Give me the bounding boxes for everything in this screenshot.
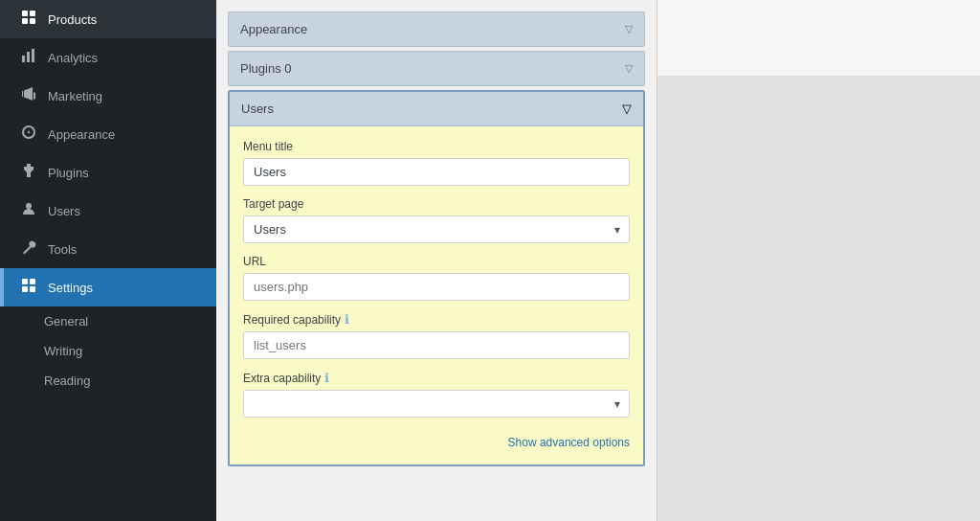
sidebar-item-analytics[interactable]: Analytics: [0, 38, 216, 77]
users-chevron-icon: ▽: [622, 102, 632, 116]
sidebar-label-tools: Tools: [48, 242, 77, 257]
plugins-row-title: Plugins 0: [240, 61, 291, 76]
users-panel-header[interactable]: Users ▽: [230, 92, 643, 125]
sidebar-item-marketing[interactable]: Marketing: [0, 77, 216, 115]
sidebar-item-appearance[interactable]: Appearance: [0, 115, 216, 153]
extra-capability-label: Extra capability ℹ: [243, 371, 630, 385]
svg-rect-3: [30, 18, 35, 24]
menu-title-label: Menu title: [243, 140, 630, 153]
users-panel-body: Menu title Target page Users Add New You…: [230, 125, 643, 464]
users-panel-title: Users: [241, 102, 274, 116]
required-capability-label: Required capability ℹ: [243, 312, 630, 327]
products-icon: [19, 10, 38, 29]
sidebar: Products Analytics Marketing Appearance …: [0, 0, 216, 521]
svg-point-7: [26, 203, 32, 209]
svg-rect-2: [22, 18, 28, 24]
plugins-menu-row[interactable]: Plugins 0 ▽: [228, 51, 645, 86]
settings-submenu: General Writing Reading: [0, 306, 216, 396]
svg-rect-10: [22, 286, 28, 292]
svg-rect-4: [22, 56, 25, 62]
plugins-icon: [19, 163, 38, 182]
appearance-menu-row[interactable]: Appearance ▽: [228, 11, 645, 47]
submenu-item-reading[interactable]: Reading: [0, 366, 216, 396]
url-input[interactable]: [243, 273, 630, 301]
users-icon: [19, 201, 38, 220]
extra-capability-select[interactable]: [243, 390, 630, 418]
required-capability-input[interactable]: [243, 331, 630, 359]
center-panel: Appearance ▽ Plugins 0 ▽ Users ▽ Menu ti…: [216, 0, 657, 521]
show-advanced-link[interactable]: Show advanced options: [508, 436, 630, 449]
target-page-select[interactable]: Users Add New Your Profile: [243, 215, 630, 243]
extra-capability-group: Extra capability ℹ ▾: [243, 371, 630, 418]
appearance-row-title: Appearance: [240, 22, 307, 36]
svg-rect-0: [22, 11, 28, 16]
svg-rect-6: [32, 49, 34, 62]
right-panel-inner: [657, 0, 980, 77]
sidebar-item-tools[interactable]: Tools: [0, 230, 216, 268]
sidebar-label-products: Products: [48, 12, 97, 27]
url-group: URL: [243, 255, 630, 301]
sidebar-label-appearance: Appearance: [48, 127, 115, 142]
url-label: URL: [243, 255, 630, 268]
svg-rect-8: [22, 279, 28, 284]
sidebar-label-marketing: Marketing: [48, 89, 102, 103]
extra-capability-info-icon[interactable]: ℹ: [324, 371, 329, 385]
right-panel: [657, 0, 980, 521]
main-content: Appearance ▽ Plugins 0 ▽ Users ▽ Menu ti…: [216, 0, 980, 521]
users-expanded-panel: Users ▽ Menu title Target page: [228, 90, 645, 466]
analytics-icon: [19, 48, 38, 67]
show-advanced-options: Show advanced options: [243, 429, 630, 451]
target-page-select-wrapper: Users Add New Your Profile ▾: [243, 215, 630, 243]
submenu-item-writing[interactable]: Writing: [0, 336, 216, 366]
required-capability-info-icon[interactable]: ℹ: [345, 312, 349, 327]
extra-capability-select-wrapper: ▾: [243, 390, 630, 418]
svg-rect-11: [30, 286, 35, 292]
plugins-chevron-icon: ▽: [625, 62, 633, 75]
svg-rect-9: [30, 279, 35, 284]
sidebar-label-users: Users: [48, 204, 80, 218]
required-capability-group: Required capability ℹ: [243, 312, 630, 359]
settings-icon: [19, 278, 38, 297]
sidebar-label-settings: Settings: [48, 281, 93, 295]
svg-rect-5: [27, 52, 30, 62]
menu-title-input[interactable]: [243, 158, 630, 186]
sidebar-label-analytics: Analytics: [48, 51, 98, 65]
target-page-group: Target page Users Add New Your Profile ▾: [243, 197, 630, 243]
sidebar-label-plugins: Plugins: [48, 166, 89, 180]
tools-icon: [19, 239, 38, 259]
sidebar-item-users[interactable]: Users: [0, 192, 216, 230]
sidebar-item-products[interactable]: Products: [0, 0, 216, 38]
marketing-icon: [19, 86, 38, 105]
appearance-chevron-icon: ▽: [625, 23, 633, 35]
target-page-label: Target page: [243, 197, 630, 211]
appearance-icon: [19, 125, 38, 144]
menu-title-group: Menu title: [243, 140, 630, 186]
sidebar-item-plugins[interactable]: Plugins: [0, 153, 216, 192]
sidebar-item-settings[interactable]: Settings: [0, 268, 216, 306]
svg-rect-1: [30, 11, 35, 16]
submenu-item-general[interactable]: General: [0, 306, 216, 336]
